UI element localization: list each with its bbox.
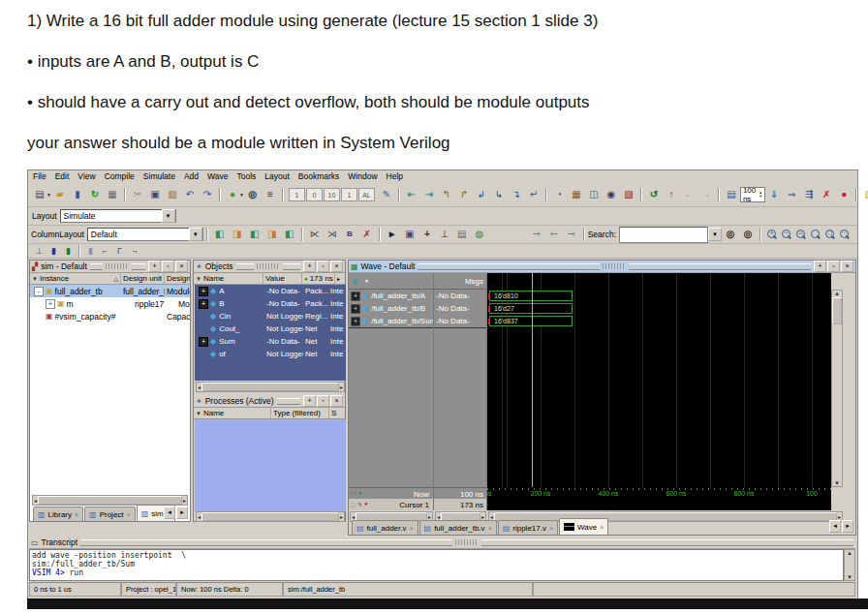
find-previous-edge-button[interactable] bbox=[545, 227, 563, 243]
pane-tab[interactable]: ▥Library× bbox=[33, 507, 83, 521]
environment-back-button[interactable] bbox=[680, 187, 698, 203]
menu-item[interactable]: Bookmarks bbox=[298, 171, 340, 183]
grid-button[interactable] bbox=[453, 227, 471, 243]
find-button[interactable] bbox=[244, 187, 262, 203]
menu-item[interactable]: Edit bbox=[55, 171, 70, 183]
profile-button[interactable] bbox=[603, 187, 620, 203]
menu-item[interactable]: View bbox=[78, 171, 95, 183]
print-button[interactable] bbox=[104, 187, 121, 203]
zoom-full-button[interactable] bbox=[793, 228, 808, 242]
tab-scroll-left-icon[interactable]: ◂ bbox=[829, 520, 841, 533]
insert-cursor-button[interactable] bbox=[436, 227, 453, 243]
zoom-in-button[interactable] bbox=[764, 228, 779, 242]
editor-tab[interactable]: ▤ripple17.v× bbox=[498, 520, 558, 535]
objects-row[interactable]: ◆of Not Logged Net Inte bbox=[195, 348, 346, 360]
objects-row[interactable]: +◆A -No Data- Pack... Inte bbox=[195, 285, 346, 297]
wave-highlight-button[interactable] bbox=[61, 244, 76, 259]
wave-signal-value-row[interactable]: -No Data- bbox=[434, 302, 486, 315]
objects-horizontal-scrollbar[interactable]: ◂▸ bbox=[196, 382, 345, 392]
layout-select[interactable]: Simulate ▼ bbox=[60, 209, 176, 223]
timeline-mini-icons[interactable]: ▫▫● bbox=[351, 490, 362, 496]
cursor-row-value-cell[interactable]: 173 ns bbox=[434, 499, 487, 510]
menu-item[interactable]: Simulate bbox=[143, 171, 175, 183]
pane-grip[interactable] bbox=[236, 263, 254, 270]
continue-run-button[interactable] bbox=[783, 187, 800, 203]
coverage-button[interactable] bbox=[620, 187, 637, 203]
select-mode-button[interactable] bbox=[384, 227, 401, 243]
processes-column-header[interactable]: ▼Name Type (filtered) S bbox=[194, 408, 345, 419]
close-icon[interactable]: × bbox=[488, 525, 492, 532]
transcript-scrollbar[interactable]: ▲▼ bbox=[844, 549, 855, 581]
environment-up-button[interactable] bbox=[663, 187, 680, 203]
column-layout-select[interactable]: Default ▼ bbox=[87, 228, 203, 241]
dock-icon[interactable]: + bbox=[303, 261, 316, 272]
expander-icon[interactable]: + bbox=[351, 292, 360, 301]
open-button[interactable] bbox=[51, 187, 69, 203]
search-dropdown-icon[interactable]: ▼ bbox=[708, 228, 722, 241]
compile-order-button[interactable] bbox=[262, 187, 279, 203]
pane-tab[interactable]: ▥Project× bbox=[84, 507, 136, 521]
redo-button[interactable] bbox=[199, 187, 216, 203]
chevron-down-icon[interactable]: ▼ bbox=[162, 209, 175, 223]
radix-button[interactable]: 1 bbox=[341, 188, 357, 201]
pane-grip[interactable] bbox=[90, 263, 104, 270]
menu-item[interactable]: Tools bbox=[236, 171, 256, 183]
pane-grip[interactable] bbox=[277, 398, 300, 405]
add-register-button[interactable] bbox=[246, 227, 264, 243]
close-icon[interactable]: × bbox=[127, 511, 131, 518]
edit-cursor-button[interactable] bbox=[418, 227, 436, 243]
step-return-button[interactable] bbox=[525, 187, 542, 203]
find-next-edge-button[interactable] bbox=[528, 227, 545, 243]
wave-signal-name-row[interactable]: + ◆ /full_adder_tb/B bbox=[349, 302, 433, 315]
objects-column-header[interactable]: ▼Name Value ●173 ns ▸ bbox=[194, 273, 345, 285]
close-icon[interactable]: × bbox=[549, 525, 553, 532]
menu-item[interactable]: Compile bbox=[105, 171, 135, 183]
save-button[interactable] bbox=[69, 187, 86, 203]
cursor-track[interactable] bbox=[487, 499, 831, 510]
transcript-log[interactable]: add wave -position insertpoint \sim:/ful… bbox=[29, 549, 844, 581]
sim-tree-row[interactable]: ▣#vsim_capacity# Capacity bbox=[30, 310, 190, 322]
find-falling-edge-button[interactable] bbox=[563, 227, 580, 243]
delete-bookmark-button[interactable] bbox=[358, 227, 376, 243]
wave-signal-name-row[interactable]: + ◆ /full_adder_tb/A bbox=[349, 290, 433, 302]
menu-item[interactable]: Wave bbox=[207, 171, 228, 183]
new-file-button[interactable] bbox=[31, 187, 48, 203]
close-icon[interactable]: × bbox=[409, 525, 413, 532]
sim-pane-header[interactable]: ▞ sim - Default +▫× bbox=[30, 261, 190, 273]
objects-row[interactable]: ◆Cout_ Not Logged Net Inte bbox=[195, 322, 346, 335]
radix-button[interactable]: 10 bbox=[324, 188, 340, 201]
stop-button[interactable] bbox=[818, 187, 835, 203]
zoom-cursor-button[interactable] bbox=[808, 228, 822, 242]
close-icon[interactable]: × bbox=[175, 261, 188, 272]
radix-button[interactable]: 0 bbox=[306, 188, 323, 201]
undock-icon[interactable]: ▫ bbox=[162, 261, 174, 272]
sim-tree-row[interactable]: +▣m ripple17 Module bbox=[30, 297, 190, 310]
radix-button[interactable]: AL bbox=[358, 188, 375, 201]
sim-tree-row[interactable]: -▣full_adder_tb full_adder_tb Module bbox=[30, 285, 190, 297]
processes-pane-header[interactable]: ✦ Processes (Active) +▫× bbox=[194, 395, 345, 408]
wave-names-header[interactable]: ◈ ▼ bbox=[349, 273, 434, 290]
run-length-steppers[interactable]: ▲▼ bbox=[759, 191, 762, 199]
objects-pane-header[interactable]: ✦ Objects +▫× bbox=[194, 261, 345, 273]
performance-button[interactable] bbox=[860, 187, 868, 203]
expander-icon[interactable]: + bbox=[351, 304, 360, 314]
chevron-down-icon[interactable]: ▼ bbox=[189, 228, 202, 241]
zoom-out-button[interactable] bbox=[779, 228, 793, 242]
undo-button[interactable] bbox=[181, 187, 199, 203]
menu-item[interactable]: Help bbox=[387, 171, 403, 183]
edge-rise-button[interactable] bbox=[98, 244, 112, 259]
dock-icon[interactable]: + bbox=[814, 261, 826, 272]
wave-vertical-scrollbar[interactable]: ▲▼ bbox=[831, 290, 843, 487]
menu-item[interactable]: Window bbox=[348, 171, 377, 183]
run-button[interactable] bbox=[765, 187, 783, 203]
sim-column-header[interactable]: ▼Instance△ Design unit Design unit type bbox=[30, 273, 190, 285]
transcript-header[interactable]: ▭ Transcript bbox=[29, 537, 855, 549]
menu-item[interactable]: Add bbox=[184, 171, 199, 183]
next-transition-button[interactable] bbox=[324, 227, 341, 243]
run-length-spinner[interactable]: 100 ns ▲▼ bbox=[740, 187, 765, 202]
step-over-button[interactable] bbox=[455, 187, 473, 203]
watch-button[interactable] bbox=[585, 187, 603, 203]
wave-cursor-lock-button[interactable] bbox=[32, 244, 46, 259]
add-group-button[interactable] bbox=[281, 227, 298, 243]
step-into-button[interactable] bbox=[438, 187, 455, 203]
